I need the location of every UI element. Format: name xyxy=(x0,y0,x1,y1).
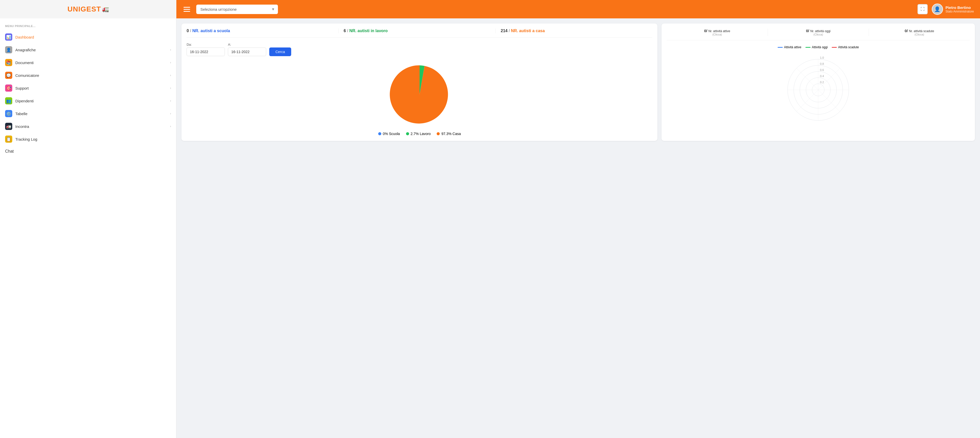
pie-chart xyxy=(389,64,450,125)
hamburger-button[interactable] xyxy=(183,6,191,13)
chevron-icon: › xyxy=(170,86,171,90)
radar-legend-label-attive: Attività attive xyxy=(784,45,801,49)
date-from-label: Da: xyxy=(186,43,225,46)
sidebar: MENU PRINCIPALE... 📊 Dashboard 👤 Anagraf… xyxy=(0,18,177,438)
dashboard-icon: 📊 xyxy=(5,33,12,41)
tabelle-icon: ⚙️ xyxy=(5,110,12,117)
radar-legend-attive: Attività attive xyxy=(778,45,801,49)
date-from-input[interactable] xyxy=(186,48,225,56)
chevron-icon: › xyxy=(170,48,171,51)
sidebar-label-tracking: Tracking Log xyxy=(15,137,37,142)
chevron-icon: › xyxy=(170,124,171,128)
sidebar-label-dashboard: Dashboard xyxy=(15,35,34,39)
stat-attive-number: 0/ Nr. attività attive xyxy=(667,29,767,33)
pie-slice-casa xyxy=(390,65,448,124)
stat-scuola-number: 0 xyxy=(186,29,189,33)
chevron-icon: › xyxy=(170,112,171,115)
stat-attive-sub: (Clicca) xyxy=(667,33,767,36)
sidebar-section-title: MENU PRINCIPALE... xyxy=(0,22,176,30)
stat-oggi[interactable]: 0/ Nr. attività oggi (Clicca) xyxy=(768,29,869,36)
radar-legend-line-oggi xyxy=(805,47,811,48)
user-details: Pietro Bertino Stato Amministratore xyxy=(945,5,974,13)
logo-truck-icon: 🚛 xyxy=(102,6,109,13)
legend-dot-scuola xyxy=(378,132,381,135)
chevron-icon: › xyxy=(170,99,171,103)
stat-lavoro-label: NR. autisti in lavoro xyxy=(349,29,388,33)
logo-area: UNIGEST 🚛 xyxy=(0,0,177,18)
stat-lavoro-number: 6 xyxy=(344,29,346,33)
radar-legend-line-attive xyxy=(778,47,783,48)
stat-oggi-sub: (Clicca) xyxy=(768,33,869,36)
sidebar-item-documenti[interactable]: 📚 Documenti › xyxy=(0,56,176,69)
stat-scadute[interactable]: 0/ Nr. attività scadute (Clicca) xyxy=(869,29,970,36)
cerca-button[interactable]: Cerca xyxy=(269,48,291,56)
avatar: 👤 xyxy=(932,3,943,15)
radar-legend-label-oggi: Attività oggi xyxy=(812,45,828,49)
sidebar-label-anagrafiche: Anagrafiche xyxy=(15,48,36,52)
sidebar-item-chat[interactable]: Chat xyxy=(0,145,176,157)
sidebar-item-support[interactable]: 🎯 Support › xyxy=(0,82,176,94)
sidebar-item-dashboard[interactable]: 📊 Dashboard xyxy=(0,30,176,43)
sidebar-item-tabelle[interactable]: ⚙️ Tabelle › xyxy=(0,107,176,120)
sidebar-item-comunicatore[interactable]: 💬 Comunicatore › xyxy=(0,69,176,82)
select-dropdown[interactable]: Seleziona un'opzione xyxy=(196,5,278,14)
polar-chart: 1.0 0.8 0.6 0.4 0.2 xyxy=(780,51,856,128)
stat-lavoro[interactable]: 6 / NR. autisti in lavoro xyxy=(339,29,495,33)
pie-chart-svg xyxy=(389,64,450,125)
date-to-input[interactable] xyxy=(228,48,266,56)
stat-scadute-sub: (Clicca) xyxy=(869,33,970,36)
user-role: Stato Amministratore xyxy=(945,10,974,13)
date-from-field: Da: xyxy=(186,43,225,56)
legend-lavoro: 2.7% Lavoro xyxy=(406,132,431,136)
comunicatore-icon: 💬 xyxy=(5,72,12,79)
sidebar-label-tabelle: Tabelle xyxy=(15,111,27,116)
sidebar-item-dipendenti[interactable]: 👥 Dipendenti › xyxy=(0,94,176,107)
stat-casa-number: 214 xyxy=(501,29,508,33)
pie-legend: 0% Scuola 2.7% Lavoro 97.3% Casa xyxy=(378,132,461,136)
support-icon: 🎯 xyxy=(5,84,12,92)
stat-casa[interactable]: 214 / NR. autisti a casa xyxy=(495,29,652,33)
logo-text: UNIGEST xyxy=(67,5,101,13)
option-selector[interactable]: Seleziona un'opzione ▼ xyxy=(196,5,278,14)
sidebar-label-support: Support xyxy=(15,86,29,90)
radar-legend: Attività attive Attività oggi Attività s… xyxy=(778,45,859,49)
sidebar-item-incontra[interactable]: 🚛 Incontra › xyxy=(0,120,176,133)
fullscreen-icon: ⛶ xyxy=(921,7,924,11)
user-info: 👤 Pietro Bertino Stato Amministratore xyxy=(932,3,974,15)
sidebar-label-comunicatore: Comunicatore xyxy=(15,73,39,78)
date-to-field: A: xyxy=(228,43,266,56)
sidebar-label-incontra: Incontra xyxy=(15,124,29,129)
date-filter: Da: A: Cerca xyxy=(186,43,652,56)
main-content: 0 / NR. autisti a scuola 6 / NR. autisti… xyxy=(177,18,980,438)
chevron-icon: › xyxy=(170,73,171,77)
documenti-icon: 📚 xyxy=(5,59,12,66)
stat-scuola[interactable]: 0 / NR. autisti a scuola xyxy=(186,29,338,33)
radar-chart-container: Attività attive Attività oggi Attività s… xyxy=(667,45,970,128)
radar-legend-scadute: Attività scadute xyxy=(832,45,859,49)
polar-label-1: 1.0 xyxy=(820,56,824,59)
sidebar-item-tracking[interactable]: 📋 Tracking Log xyxy=(0,133,176,145)
left-dashboard-card: 0 / NR. autisti a scuola 6 / NR. autisti… xyxy=(181,24,657,141)
chevron-icon: › xyxy=(170,61,171,64)
legend-dot-lavoro xyxy=(406,132,409,135)
right-dashboard-card: 0/ Nr. attività attive (Clicca) 0/ Nr. a… xyxy=(662,24,975,141)
incontra-icon: 🚛 xyxy=(5,123,12,130)
date-to-label: A: xyxy=(228,43,266,46)
polar-label-06: 0.6 xyxy=(820,68,824,72)
stat-attive[interactable]: 0/ Nr. attività attive (Clicca) xyxy=(667,29,767,36)
sidebar-label-dipendenti: Dipendenti xyxy=(15,99,34,103)
legend-scuola: 0% Scuola xyxy=(378,132,400,136)
autisti-stats-row: 0 / NR. autisti a scuola 6 / NR. autisti… xyxy=(186,29,652,38)
user-name: Pietro Bertino xyxy=(945,5,974,10)
pie-chart-container: 0% Scuola 2.7% Lavoro 97.3% Casa xyxy=(186,61,652,136)
radar-legend-line-scadute xyxy=(832,47,837,48)
polar-label-04: 0.4 xyxy=(820,75,824,78)
fullscreen-button[interactable]: ⛶ xyxy=(918,4,928,14)
polar-chart-svg: 1.0 0.8 0.6 0.4 0.2 xyxy=(780,51,856,128)
radar-legend-oggi: Attività oggi xyxy=(805,45,828,49)
legend-label-lavoro: 2.7% Lavoro xyxy=(410,132,431,136)
stat-oggi-number: 0/ Nr. attività oggi xyxy=(768,29,869,33)
legend-label-scuola: 0% Scuola xyxy=(383,132,400,136)
sidebar-item-anagrafiche[interactable]: 👤 Anagrafiche › xyxy=(0,43,176,56)
attivita-stats-row: 0/ Nr. attività attive (Clicca) 0/ Nr. a… xyxy=(667,29,970,40)
